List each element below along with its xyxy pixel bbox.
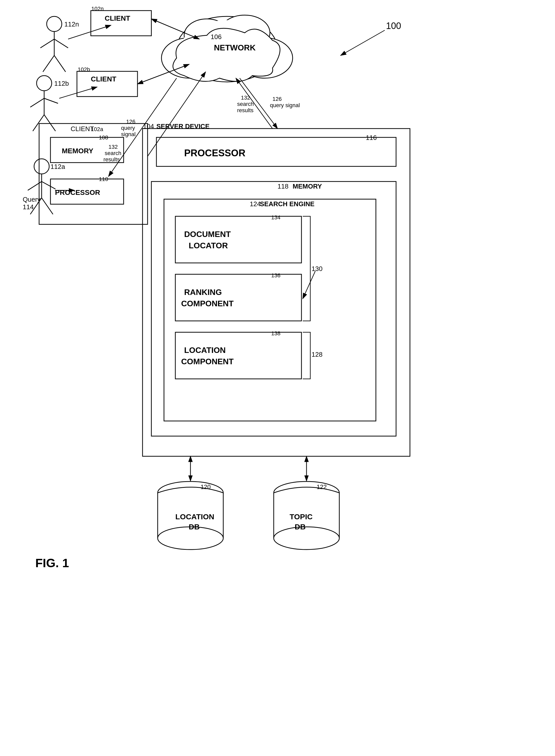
svg-point-16 [34, 159, 49, 174]
svg-text:112n: 112n [64, 20, 79, 28]
server-device-box [142, 129, 410, 456]
search-engine-label: SEARCH ENGINE [260, 200, 314, 208]
memory-client-num: 108 [99, 134, 108, 141]
processor-server-num: 116 [366, 134, 377, 141]
svg-text:DB: DB [295, 523, 305, 531]
topic-db: TOPIC DB 122 [274, 481, 339, 550]
location-db: LOCATION DB 120 [158, 481, 223, 550]
location-component-num: 138 [271, 330, 281, 336]
fig-label: FIG. 1 [35, 556, 69, 570]
label-network-126: 126 [272, 96, 282, 102]
svg-text:TOPIC: TOPIC [290, 513, 312, 521]
location-component-label-2: COMPONENT [181, 357, 233, 366]
svg-line-13 [44, 115, 55, 131]
client-102b-num: 102b [78, 66, 90, 73]
svg-text:120: 120 [201, 483, 211, 490]
ranking-component-label-1: RANKING [184, 288, 222, 297]
svg-point-45 [274, 527, 339, 550]
server-device-label: SERVER DEVICE [157, 123, 209, 130]
svg-line-18 [28, 182, 42, 190]
processor-client-label: PROCESSOR [55, 189, 100, 196]
svg-text:112a: 112a [50, 163, 65, 171]
ranking-component-box [175, 274, 301, 321]
bracket-128 [303, 332, 310, 379]
diagram-container: 112n 112b 112a Query 114 [0, 0, 555, 756]
bracket-130 [303, 216, 310, 321]
label-results: results [103, 156, 120, 162]
document-locator-box [175, 216, 301, 263]
user-112a: 112a Query 114 [23, 159, 75, 214]
ranking-component-label-2: COMPONENT [181, 299, 233, 308]
label-126-query: 126 [126, 119, 135, 125]
svg-text:114: 114 [23, 203, 34, 211]
server-device-num: 104 [143, 123, 154, 130]
label-signal: signal [121, 131, 135, 137]
processor-server-label: PROCESSOR [184, 148, 246, 158]
svg-point-8 [37, 76, 52, 91]
document-locator-label-2: LOCATOR [189, 241, 228, 250]
memory-server-label: MEMORY [293, 183, 322, 190]
search-engine-num: 124 [250, 200, 261, 208]
svg-text:122: 122 [316, 483, 327, 490]
arrow-126-query [147, 72, 206, 156]
svg-line-10 [30, 98, 44, 107]
memory-server-num: 118 [278, 183, 288, 190]
label-network-132: 132 [241, 95, 250, 101]
client-102n-label: CLIENT [105, 14, 130, 22]
svg-line-3 [54, 39, 68, 48]
user-112n: 112n [40, 16, 111, 72]
arrow-130-to-ranking [303, 271, 315, 299]
label-132: 132 [109, 144, 118, 150]
label-network-results: results [237, 107, 254, 113]
svg-line-2 [40, 39, 54, 48]
location-component-label-1: LOCATION [184, 346, 226, 355]
label-query-signal: query [121, 125, 135, 131]
client-102n-num: 102n [91, 6, 104, 12]
svg-text:LOCATION: LOCATION [175, 513, 214, 521]
document-locator-num: 134 [271, 214, 281, 221]
memory-client-label: MEMORY [62, 147, 93, 155]
bracket-128-num: 128 [311, 351, 323, 358]
document-locator-label-1: DOCUMENT [184, 230, 231, 239]
user-112b: 112b [30, 76, 97, 131]
svg-text:Query: Query [23, 196, 41, 203]
bracket-130-num: 130 [311, 265, 323, 273]
svg-line-21 [42, 198, 53, 214]
client-102b-label: CLIENT [91, 75, 116, 83]
location-component-box [175, 332, 301, 379]
svg-text:DB: DB [189, 523, 200, 531]
svg-line-11 [44, 98, 58, 103]
client-102a-num: 102a [91, 126, 103, 132]
label-network-search: search [237, 101, 254, 107]
label-search: search [105, 150, 121, 156]
svg-line-12 [33, 115, 44, 131]
svg-line-5 [54, 55, 66, 72]
svg-line-4 [43, 55, 54, 72]
ref-100: 100 [386, 21, 401, 31]
network-cloud: NETWORK 106 [162, 15, 293, 82]
client-102a-box [39, 124, 147, 224]
svg-text:112b: 112b [54, 80, 69, 87]
network-label: NETWORK [214, 43, 256, 52]
client-102a-label-text: CLIENT [71, 125, 94, 133]
label-network-query-signal: query signal [270, 102, 300, 108]
network-num: 106 [211, 33, 221, 41]
ranking-component-num: 136 [271, 272, 281, 279]
svg-point-0 [47, 16, 62, 32]
svg-line-19 [42, 182, 55, 189]
arrow-ref-100 [341, 30, 385, 55]
processor-client-num: 110 [99, 176, 108, 182]
